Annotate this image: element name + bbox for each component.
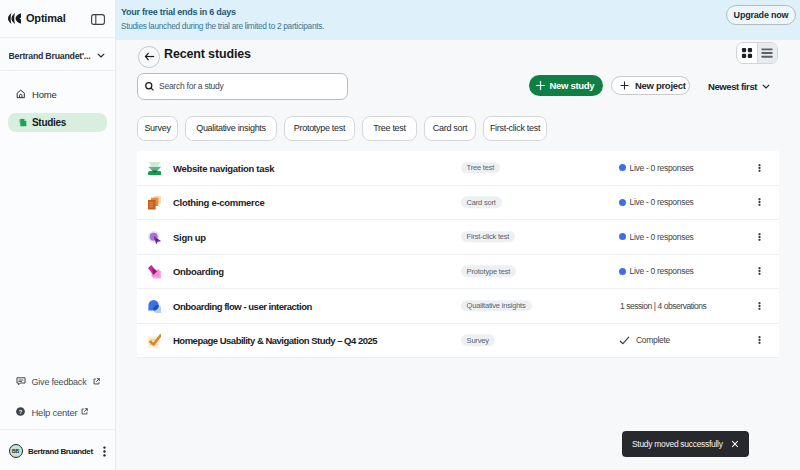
svg-text:?: ? [19, 408, 23, 414]
